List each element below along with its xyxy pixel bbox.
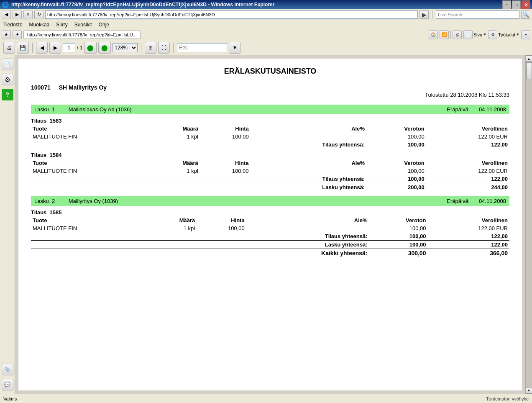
address-input[interactable] — [45, 10, 418, 19]
invoice-total-net: 200,00 — [366, 183, 426, 192]
col-net: Veroton — [366, 159, 426, 167]
product-gross: 122,00 EUR — [427, 224, 509, 232]
order-1584-table: Tuote Määrä Hinta Ale% Veroton Verolline… — [31, 159, 509, 191]
invoice-2-due-label: Eräpäivä: — [447, 198, 477, 204]
back-button[interactable]: ◀ — [2, 10, 11, 19]
window-controls: − □ ✕ — [502, 0, 530, 9]
product-name: MALLITUOTE FIN — [31, 167, 152, 175]
product-price: 100,00 — [200, 167, 251, 175]
settings-icon: ⚙ — [5, 76, 10, 84]
col-price: Hinta — [200, 125, 251, 133]
grand-total-label: Kaikki yhteensä: — [246, 249, 369, 258]
print-button[interactable]: 🖨 — [453, 30, 462, 39]
page-dropdown-icon[interactable]: ▼ — [483, 33, 486, 36]
product-quantity: 1 kpl — [152, 167, 200, 175]
report-search-input[interactable] — [177, 43, 227, 52]
subtotal-label: Tilaus yhteensä: — [251, 175, 367, 183]
menu-tiedosto[interactable]: Tiedosto — [3, 22, 23, 28]
order-1584: Tilaus 1584 Tuote Määrä Hinta Ale% Verot… — [31, 152, 509, 191]
product-gross: 122,00 EUR — [426, 133, 509, 141]
order-1584-subtotal: Tilaus yhteensä: 100,00 122,00 — [31, 175, 509, 183]
product-net: 100,00 — [366, 133, 426, 141]
invoice-1-total: Lasku yhteensä: 200,00 244,00 — [31, 183, 509, 192]
fullscreen-button[interactable]: ⛶ — [158, 42, 170, 54]
page-label: Sivu — [473, 32, 482, 37]
order-1583-label: Tilaus 1583 — [31, 118, 509, 124]
minimize-button[interactable]: − — [502, 0, 511, 9]
help-icon: ? — [5, 91, 9, 98]
invoice-total-gross: 244,00 — [426, 183, 509, 192]
refresh-button[interactable]: ↻ — [34, 10, 43, 19]
go-button[interactable]: ▶ — [419, 10, 429, 19]
subtotal-gross: 122,00 — [427, 232, 509, 241]
subtotal-net: 100,00 — [366, 141, 426, 149]
favorites-add-button[interactable]: ✦ — [13, 30, 22, 39]
nav-button-1[interactable]: ⬤ — [84, 42, 97, 54]
save-report-button[interactable]: 💾 — [17, 42, 29, 54]
sidebar-comment-button[interactable]: 💬 — [2, 379, 13, 390]
tools-icon-button[interactable]: ⚙ — [488, 30, 497, 39]
scroll-track[interactable] — [526, 62, 532, 387]
search-dropdown-button[interactable]: ▼ — [229, 42, 240, 54]
nav-button-2[interactable]: ⬤ — [98, 42, 111, 54]
rss-button[interactable]: 📶 — [440, 30, 449, 39]
menu-suosikit[interactable]: Suosikit — [74, 22, 92, 28]
page-total-label: / 1 — [77, 45, 82, 51]
tools-dropdown-icon[interactable]: ▼ — [516, 33, 519, 36]
address-bar: ◀ ▶ ✕ ↻ ▶ 🔍 — [0, 9, 532, 20]
table-row: MALLITUOTE FIN 1 kpl 100,00 100,00 122,0… — [31, 224, 509, 232]
table-row: MALLITUOTE FIN 1 kpl 100,00 100,00 122,0… — [31, 133, 509, 141]
sidebar-settings-button[interactable]: ⚙ — [2, 74, 13, 85]
vertical-scrollbar[interactable]: ▲ ▼ — [525, 55, 532, 394]
search-button[interactable]: 🔍 — [521, 10, 530, 19]
zoom-select[interactable]: 128% 100% 75% 50% — [113, 43, 138, 52]
col-price: Hinta — [200, 159, 251, 167]
col-quantity: Määrä — [152, 125, 200, 133]
scroll-down-button[interactable]: ▼ — [526, 387, 532, 394]
fit-page-button[interactable]: ⊞ — [145, 42, 156, 54]
invoice-2-total-gross: 122,00 — [427, 241, 509, 249]
company-name: SH Malliyritys Oy — [59, 84, 107, 91]
close-button[interactable]: ✕ — [522, 0, 530, 9]
company-line: 100071 SH Malliyritys Oy — [31, 84, 509, 91]
expand-button[interactable]: » — [521, 30, 530, 39]
menu-ohje[interactable]: Ohje — [99, 22, 109, 28]
order-1585-subtotal: Tilaus yhteensä: 100,00 122,00 — [31, 232, 509, 241]
sidebar-attachment-button[interactable]: 📎 — [2, 364, 13, 375]
table-row: MALLITUOTE FIN 1 kpl 100,00 100,00 122,0… — [31, 167, 509, 175]
order-1585-header-row: Tuote Määrä Hinta Ale% Veroton Verolline… — [31, 216, 509, 224]
col-product: Tuote — [31, 216, 149, 224]
next-page-button[interactable]: ▶ — [49, 42, 61, 54]
window-title: http://kenny.finnvalli.fi:7778/fv_rep/re… — [11, 2, 274, 8]
sidebar-doc-button[interactable]: 📄 — [2, 59, 13, 70]
invoice-2-total-net: 100,00 — [369, 241, 428, 249]
doc-icon: 📄 — [4, 62, 10, 67]
maximize-button[interactable]: □ — [512, 0, 521, 9]
invoice-2-due-date: 04.11.2008 — [479, 198, 506, 204]
scroll-up-button[interactable]: ▲ — [526, 55, 532, 62]
tools-label: Työkalut — [498, 32, 515, 37]
toolbar-right-icons: 🏠 📶 🖨 📄 Sivu ▼ ⚙ Työkalut ▼ » — [429, 30, 530, 39]
stop-button[interactable]: ✕ — [23, 10, 33, 19]
page-number-input[interactable] — [63, 43, 75, 52]
invoice-2-header: Lasku 2 Malliyritys Oy (1039) Eräpäivä: … — [31, 196, 509, 206]
forward-button[interactable]: ▶ — [13, 10, 22, 19]
col-gross: Verollinen — [427, 216, 509, 224]
prev-page-button[interactable]: ◀ — [36, 42, 48, 54]
favorite-link[interactable]: http://kenny.finnvalli.fi:7778/fv_rep/re… — [23, 31, 141, 39]
print-report-button[interactable]: 🖨 — [3, 42, 15, 54]
invoice-1-due-label: Eräpäivä: — [447, 106, 477, 113]
col-net: Veroton — [369, 216, 428, 224]
scroll-thumb[interactable] — [526, 62, 532, 79]
menu-siirry[interactable]: Siirry — [56, 22, 67, 28]
col-discount: Ale% — [251, 125, 366, 133]
product-price: 100,00 — [200, 133, 251, 141]
sidebar-help-button[interactable]: ? — [2, 89, 13, 100]
grand-total-row: Kaikki yhteensä: 300,00 366,00 — [31, 249, 509, 258]
page-icon-button[interactable]: 📄 — [463, 30, 473, 39]
home-button[interactable]: 🏠 — [429, 30, 438, 39]
invoice-1: Lasku 1 Malliasiakas Oy Ab (1036) Eräpäi… — [31, 105, 509, 191]
search-input[interactable] — [436, 10, 519, 19]
menu-muokkaa[interactable]: Muokkaa — [29, 22, 50, 28]
favorites-star-button[interactable]: ★ — [2, 30, 11, 39]
